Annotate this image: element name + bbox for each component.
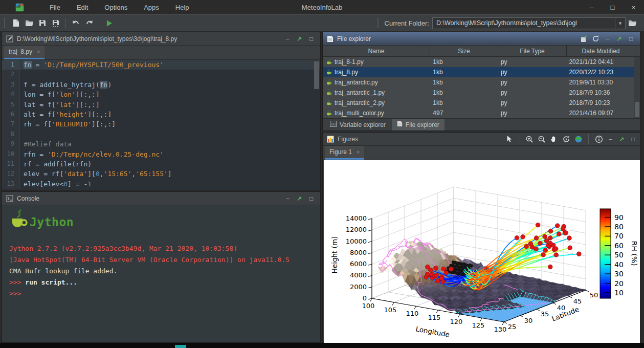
file-modified-cell: 2018/7/9 10:36: [566, 89, 634, 96]
file-row-traj_antarctic_2.py[interactable]: traj_antarctic_2.py1kbpy2018/7/9 10:23: [323, 98, 634, 108]
figures-panel-header: Figures: [323, 133, 640, 146]
editor-restore-button[interactable]: ↗: [295, 34, 304, 44]
svg-text:35: 35: [541, 310, 549, 318]
save-button[interactable]: [36, 16, 49, 30]
tab-close-icon[interactable]: ×: [357, 149, 360, 155]
editor-minimize-button[interactable]: –: [283, 34, 293, 44]
file-row-traj_8.py[interactable]: traj_8.py1kbpy2020/12/2 10:23: [323, 67, 634, 77]
tab-close-icon[interactable]: ×: [37, 49, 40, 55]
undo-button[interactable]: [69, 16, 82, 30]
current-folder-combobox[interactable]: D:\Working\MIScript\Jython\mis\plot_type…: [432, 17, 626, 29]
svg-text:45: 45: [573, 297, 582, 305]
file-row-traj_8-1.py[interactable]: traj_8-1.py1kbpy2021/1/12 04:41: [323, 57, 634, 67]
save-as-icon: [52, 19, 60, 27]
jython-file-icon: [326, 100, 332, 106]
console-maximize-button[interactable]: □: [306, 193, 316, 203]
open-file-button[interactable]: [23, 16, 36, 30]
run-script-button[interactable]: [102, 16, 116, 30]
file-row-traj_antarctic_1.py[interactable]: traj_antarctic_1.py1kbpy2018/7/9 10:36: [323, 88, 634, 98]
editor-scrollbar[interactable]: [314, 60, 320, 163]
globe-button[interactable]: [573, 134, 584, 144]
window-minimize-button[interactable]: –: [581, 0, 602, 14]
info-button[interactable]: [593, 134, 604, 144]
console-panel-title: Console: [17, 195, 39, 202]
menu-file[interactable]: File: [42, 2, 68, 13]
rotate-button[interactable]: [561, 134, 571, 144]
window-controls: –□×: [581, 0, 644, 14]
svg-text:2000: 2000: [350, 283, 367, 291]
line-number: 9: [2, 139, 19, 149]
new-file-button[interactable]: [9, 16, 23, 30]
pan-button[interactable]: [548, 134, 559, 144]
file-explorer-maximize-button[interactable]: □: [626, 34, 636, 44]
toolbar-grip[interactable]: [4, 18, 6, 28]
console-output[interactable]: Jython Jython 2.7.2 (v2.7.2:925a3cc3b49d…: [2, 205, 320, 342]
browse-folder-button[interactable]: [626, 16, 639, 30]
column-header-name[interactable]: Name: [323, 46, 430, 56]
zoom-out-button[interactable]: [536, 134, 547, 144]
svg-text:12000: 12000: [346, 226, 367, 233]
line-number: 2: [2, 70, 19, 79]
column-header-date-modified[interactable]: Date Modified: [567, 46, 635, 56]
tab-traj-8-py[interactable]: traj_8.py ×: [4, 46, 45, 59]
zoom-in-button[interactable]: [524, 134, 535, 144]
menu-options[interactable]: Options: [97, 2, 135, 13]
code-text: rh = f['RELHUMID'][:,:]: [19, 119, 116, 129]
figures-restore-button[interactable]: ↗: [617, 134, 627, 144]
file-type-cell: py: [498, 58, 566, 66]
figures-minimize-button[interactable]: –: [606, 134, 615, 144]
menu-help[interactable]: Help: [168, 2, 196, 13]
up-folder-button[interactable]: [579, 34, 589, 44]
code-line-11: 11rf = addfile(rfn): [2, 159, 320, 169]
window-bottom-edge: [0, 343, 644, 348]
console-line-5: >>>: [9, 288, 317, 299]
tab-variable-explorer[interactable]: (x)Variable explorer: [325, 119, 391, 130]
code-text: elev = rf['data'][0,'15:65','65:155']: [19, 169, 172, 179]
jython-file-icon: [326, 90, 332, 96]
tab-figure-1[interactable]: Figure 1 ×: [325, 146, 364, 160]
file-explorer-minimize-button[interactable]: –: [603, 34, 612, 44]
code-editor[interactable]: 1fn = 'D:/Temp/HYSPLIT/500_previous'23f …: [2, 60, 320, 190]
svg-text:50: 50: [614, 251, 624, 259]
hand-icon: [550, 135, 558, 143]
file-name-cell: traj_antarctic_2.py: [323, 99, 430, 106]
console-minimize-button[interactable]: –: [283, 193, 293, 203]
figures-maximize-button[interactable]: □: [628, 134, 638, 144]
file-row-traj_multi_color.py[interactable]: traj_multi_color.py497py2021/4/16 09:07: [323, 108, 634, 118]
console-restore-button[interactable]: ↗: [295, 193, 304, 203]
menu-edit[interactable]: Edit: [70, 2, 95, 13]
figure-canvas[interactable]: 0200040006000800010000120001400010010511…: [324, 160, 640, 343]
line-number: 10: [2, 149, 19, 159]
up-folder-icon: [581, 35, 588, 42]
code-text: alt = f['height'][:,:]: [19, 110, 112, 119]
tab-file-explorer[interactable]: File explorer: [392, 119, 445, 130]
file-row-traj_antarctic.py[interactable]: traj_antarctic.py1kbpy2019/9/11 03:30: [323, 77, 634, 88]
file-explorer-restore-button[interactable]: ↗: [614, 34, 624, 44]
svg-text:RH (%): RH (%): [630, 241, 638, 266]
figure-3d-trajectory-plot[interactable]: 0200040006000800010000120001400010010511…: [324, 160, 640, 343]
save-as-button[interactable]: [49, 16, 62, 30]
file-size-cell: 1kb: [430, 99, 498, 106]
code-line-9: 9#Relief data: [2, 139, 320, 149]
column-header-size[interactable]: Size: [430, 46, 498, 56]
file-explorer-buttons: – ↗ □: [579, 34, 640, 44]
file-table-scrollbar[interactable]: [634, 57, 640, 118]
window-close-button[interactable]: ×: [623, 0, 644, 14]
refresh-icon: [592, 35, 599, 42]
file-name-cell: traj_8.py: [323, 69, 430, 76]
window-maximize-button[interactable]: □: [602, 0, 623, 14]
chevron-down-icon[interactable]: ▾: [615, 18, 625, 29]
editor-maximize-button[interactable]: □: [306, 34, 316, 44]
file-table-scrollbar-thumb[interactable]: [635, 102, 639, 117]
code-line-13: 13elev[elev<0] = -1: [2, 179, 320, 189]
toolbar-grip[interactable]: [377, 18, 380, 28]
refresh-button[interactable]: [591, 34, 601, 44]
redo-button[interactable]: [82, 16, 96, 30]
svg-text:50: 50: [590, 291, 598, 299]
select-cursor-button[interactable]: [503, 134, 514, 144]
svg-text:40: 40: [614, 260, 624, 269]
toolbar-separator: [65, 18, 66, 28]
menu-apps[interactable]: Apps: [137, 2, 166, 13]
column-header-file-type[interactable]: File Type: [498, 46, 567, 56]
editor-scrollbar-thumb[interactable]: [314, 61, 319, 89]
